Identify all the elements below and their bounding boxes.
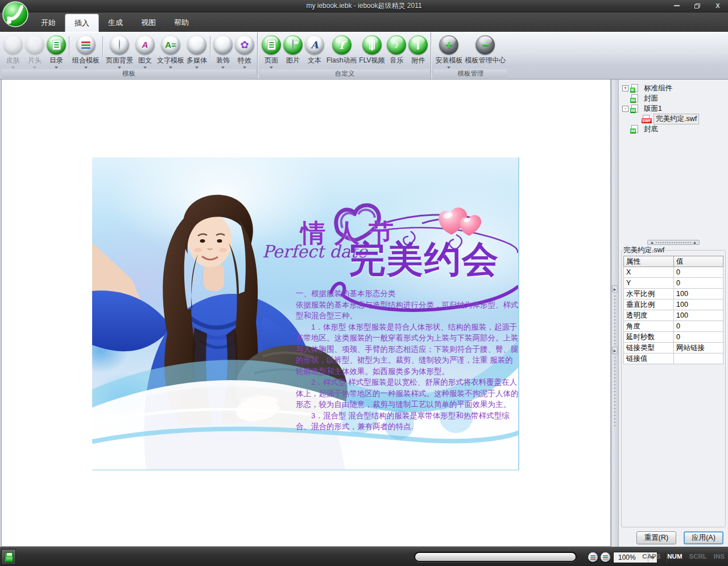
property-name: 链接值 bbox=[624, 353, 674, 364]
indicator-num: NUM bbox=[667, 553, 682, 560]
im-file-icon: IM bbox=[630, 105, 640, 113]
editor-canvas[interactable]: 情人节 Perfect date 完美约会 一、根据服装的基本形态分类依据服装的… bbox=[1, 80, 611, 547]
property-value[interactable]: 100 bbox=[674, 289, 723, 299]
app-logo-icon[interactable] bbox=[2, 1, 29, 28]
property-value[interactable]: 0 bbox=[674, 278, 723, 289]
decoration-button[interactable]: 装饰 bbox=[212, 34, 234, 72]
intro-button: 片头 bbox=[24, 34, 46, 72]
property-row: Y0 bbox=[624, 278, 723, 289]
reset-button[interactable]: 重置(R) bbox=[636, 531, 676, 544]
right-panel: +IE标准组件IM封面-IM版面1SWF完美约定.swfIM封底 ▲ ▲ 完美约… bbox=[618, 80, 728, 547]
property-value[interactable]: 0 bbox=[674, 332, 723, 343]
tab-2[interactable]: 插入 bbox=[65, 14, 99, 32]
properties-title: 完美约定.swf bbox=[623, 245, 664, 255]
page-background-button[interactable]: 页面背景 bbox=[105, 34, 134, 72]
splitter-up-icon: ▲ bbox=[693, 240, 697, 244]
text-template-button[interactable]: A≡文字模板 bbox=[156, 34, 185, 72]
property-value[interactable]: 100 bbox=[674, 310, 723, 321]
properties-splitter[interactable]: ▲ ▲ bbox=[647, 240, 700, 245]
picture-sphere-icon bbox=[283, 35, 303, 55]
property-row: 垂直比例100 bbox=[624, 299, 723, 310]
effects-button[interactable]: ✿特效 bbox=[234, 34, 255, 72]
window-title: my iebook.iebk - iebook超级精灵 2011 bbox=[306, 1, 421, 11]
ribbon-group-2: 页面图片A文本fFlash动画FLV视频♪音乐附件自定义 bbox=[258, 32, 431, 79]
im-file-icon: IM bbox=[630, 125, 640, 134]
text-button[interactable]: A文本 bbox=[304, 34, 325, 72]
combo-template-button[interactable]: 组合模板 bbox=[71, 34, 101, 72]
property-value[interactable]: 网站链接 bbox=[674, 343, 723, 353]
status-bar: 100% CAPSNUMSCRLINS bbox=[0, 547, 728, 566]
attachment-sphere-icon bbox=[408, 35, 428, 55]
tab-4[interactable]: 视图 bbox=[132, 14, 165, 32]
tree-item[interactable]: +IE标准组件 bbox=[622, 83, 727, 93]
horizontal-scrollbar[interactable] bbox=[414, 552, 577, 562]
tree-expander[interactable]: + bbox=[622, 85, 628, 91]
apply-button[interactable]: 应用(A) bbox=[684, 531, 723, 544]
indicator-caps: CAPS bbox=[642, 553, 660, 560]
tab-1[interactable]: 开始 bbox=[32, 14, 65, 32]
design-paragraph: 依据服装的基本形态与造型结构进行分类，可归纳为体形型、样式型和混合型三种。 bbox=[296, 299, 519, 322]
tree-item[interactable]: IM封面 bbox=[622, 93, 727, 103]
skin-sphere-icon bbox=[3, 35, 23, 55]
indicator-ins: INS bbox=[714, 553, 725, 560]
panel-splitter[interactable]: ▸ ▸ bbox=[611, 80, 618, 547]
main-area: 情人节 Perfect date 完美约会 一、根据服装的基本形态分类依据服装的… bbox=[0, 80, 728, 547]
page-sphere-icon bbox=[262, 35, 281, 55]
design-body-text: 一、根据服装的基本形态分类依据服装的基本形态与造型结构进行分类，可归纳为体形型、… bbox=[296, 288, 519, 432]
tab-5[interactable]: 帮助 bbox=[165, 14, 198, 32]
scrollbar-thumb[interactable] bbox=[415, 553, 576, 561]
install-template-button[interactable]: +安装模板 bbox=[434, 34, 464, 72]
fit-width-button[interactable] bbox=[601, 552, 610, 562]
music-button[interactable]: ♪音乐 bbox=[386, 34, 407, 72]
picture-button[interactable]: 图片 bbox=[282, 34, 304, 72]
skin-button: 皮肤 bbox=[2, 34, 24, 72]
property-row: 链接类型网站链接 bbox=[624, 343, 723, 353]
fit-page-button[interactable] bbox=[588, 552, 598, 562]
toc-sphere-icon bbox=[47, 35, 66, 55]
template-center-button[interactable]: −模板管理中心 bbox=[464, 34, 507, 72]
restore-button[interactable] bbox=[692, 1, 703, 10]
splitter-arrow-icon[interactable]: ▸ bbox=[612, 347, 618, 354]
decoration-sphere-icon bbox=[213, 35, 233, 55]
property-row: 延时秒数0 bbox=[624, 332, 723, 343]
tree-item[interactable]: IM封底 bbox=[622, 124, 727, 134]
flash-sphere-icon: f bbox=[332, 35, 351, 55]
ribbon-group-label: 模板管理 bbox=[433, 69, 507, 78]
page-button[interactable]: 页面 bbox=[260, 34, 282, 72]
tab-3[interactable]: 生成 bbox=[99, 14, 132, 32]
intro-sphere-icon bbox=[25, 35, 44, 55]
design-paragraph: 2．样式型 样式型服装是以宽松、舒展的形式将衣料覆盖在人体上，起源于热带地区的一… bbox=[296, 377, 519, 410]
save-button[interactable] bbox=[1, 549, 16, 565]
flv-video-button[interactable]: FLV视频 bbox=[358, 34, 386, 72]
splitter-arrow-icon[interactable]: ▸ bbox=[612, 285, 618, 293]
property-row: 角度0 bbox=[624, 321, 723, 332]
fit-page-icon bbox=[590, 555, 595, 560]
ribbon-group-3: +安装模板−模板管理中心模板管理 bbox=[431, 32, 509, 79]
attachment-button[interactable]: 附件 bbox=[407, 34, 429, 72]
tree-expander[interactable]: - bbox=[622, 106, 628, 112]
property-name: 延时秒数 bbox=[624, 332, 674, 343]
page-design-preview[interactable]: 情人节 Perfect date 完美约会 一、根据服装的基本形态分类依据服装的… bbox=[92, 157, 519, 471]
property-row: X0 bbox=[624, 267, 723, 278]
property-value[interactable]: 0 bbox=[674, 321, 723, 332]
application-window: my iebook.iebk - iebook超级精灵 2011 X 开始插入生… bbox=[0, 0, 728, 566]
property-row: 链接值 bbox=[624, 353, 723, 364]
property-value[interactable]: 100 bbox=[674, 299, 723, 310]
property-name: Y bbox=[624, 278, 674, 289]
minimize-button[interactable] bbox=[671, 1, 682, 10]
keyboard-indicators: CAPSNUMSCRLINS bbox=[642, 553, 725, 560]
image-text-sphere-icon: A bbox=[135, 35, 155, 55]
image-text-button[interactable]: A图文 bbox=[134, 34, 156, 72]
close-button[interactable]: X bbox=[712, 1, 723, 10]
tree-item[interactable]: -IM版面1 bbox=[622, 103, 727, 114]
property-value[interactable] bbox=[674, 353, 723, 364]
flash-button[interactable]: fFlash动画 bbox=[325, 34, 358, 72]
title-bar: my iebook.iebk - iebook超级精灵 2011 X bbox=[0, 0, 728, 13]
property-value[interactable]: 0 bbox=[674, 267, 723, 278]
ie-file-icon: IE bbox=[630, 84, 640, 93]
tree-item[interactable]: SWF完美约定.swf bbox=[622, 114, 727, 124]
multimedia-button[interactable]: 多媒体 bbox=[185, 34, 208, 72]
toc-button[interactable]: 目录 bbox=[46, 34, 67, 72]
property-name: 角度 bbox=[624, 321, 674, 332]
menu-tab-bar: 开始插入生成视图帮助 bbox=[0, 13, 728, 32]
